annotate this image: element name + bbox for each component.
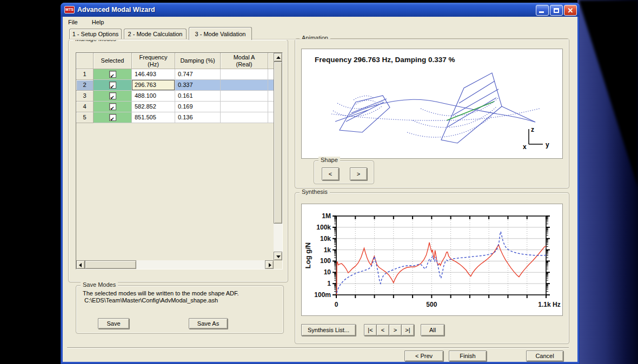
y-tick-label: 100 (320, 257, 331, 265)
scroll-left-button[interactable] (76, 260, 85, 269)
table-cell[interactable] (268, 80, 274, 91)
table-cell[interactable]: 0.169 (175, 102, 221, 112)
horizontal-scroll-thumb[interactable] (85, 260, 136, 269)
selected-checkbox[interactable] (109, 82, 116, 89)
save-button[interactable]: Save (98, 318, 129, 329)
table-cell[interactable]: 0.747 (175, 69, 221, 80)
all-button[interactable]: All (421, 324, 444, 336)
table-cell[interactable]: 1 (76, 69, 94, 80)
arrow-left-icon (79, 263, 82, 267)
table-cell[interactable] (221, 91, 268, 102)
table-cell[interactable] (268, 112, 274, 123)
close-button[interactable]: ✕ (564, 5, 577, 16)
minimize-icon (539, 11, 544, 13)
save-modes-group: Save Modes The selected modes will be wr… (76, 285, 284, 334)
horizontal-scrollbar[interactable] (76, 260, 274, 269)
arrow-down-icon (276, 255, 281, 258)
column-header[interactable] (76, 53, 94, 69)
table-row[interactable]: 1146.4930.747 (76, 69, 274, 80)
vertical-scroll-thumb[interactable] (274, 62, 282, 224)
cancel-button[interactable]: Cancel (526, 350, 563, 361)
table-cell[interactable] (94, 80, 132, 91)
table-cell[interactable]: 2 (76, 80, 94, 91)
y-tick-label: 10k (320, 235, 331, 242)
selected-checkbox[interactable] (109, 92, 116, 99)
table-cell[interactable] (268, 91, 274, 102)
table-cell[interactable] (221, 80, 268, 91)
tab-mode-calculation[interactable]: 2 - Mode Calculation (124, 29, 187, 39)
window-titlebar[interactable]: MTS Advanced Modal Wizard ✕ (61, 3, 580, 17)
nav-last-button[interactable]: >| (401, 324, 414, 336)
shape-prev-button[interactable]: < (322, 167, 339, 180)
table-cell[interactable]: 3 (76, 91, 94, 102)
prev-button[interactable]: < Prev (404, 350, 443, 361)
animation-label: Animation (300, 35, 330, 41)
save-modes-description: The selected modes will be written to th… (83, 290, 239, 296)
table-cell[interactable] (94, 112, 132, 123)
mode-shape-wireframe: z y x (302, 49, 562, 158)
advanced-modal-wizard-window: MTS Advanced Modal Wizard ✕ File Help 1 … (61, 3, 580, 364)
x-tick-label: 0 (335, 301, 338, 308)
scroll-right-button[interactable] (265, 260, 274, 269)
save-modes-path: C:\EDS\Team\Master\Config\AdvModal_shape… (84, 297, 218, 304)
save-as-button[interactable]: Save As (189, 318, 228, 329)
table-cell[interactable]: 0.337 (175, 80, 221, 91)
table-cell[interactable] (94, 69, 132, 80)
modes-table: SelectedFrequency (Hz)Damping (%)Modal A… (76, 52, 283, 269)
table-cell[interactable] (221, 69, 268, 80)
menu-bar: File Help (63, 17, 577, 28)
nav-prev-button[interactable]: < (376, 324, 389, 336)
column-header[interactable]: Modal A (Real) (221, 53, 268, 69)
app-icon: MTS (64, 6, 75, 14)
table-cell[interactable]: 582.852 (132, 102, 175, 112)
table-cell[interactable] (94, 102, 132, 112)
table-cell[interactable] (268, 69, 274, 80)
column-header[interactable]: Selected (94, 53, 132, 69)
scroll-down-button[interactable] (274, 252, 282, 260)
close-icon: ✕ (564, 5, 576, 15)
synthesis-list-button[interactable]: Synthesis List... (301, 324, 356, 336)
vertical-scrollbar[interactable] (274, 53, 282, 260)
selected-checkbox[interactable] (109, 71, 116, 78)
table-cell[interactable] (221, 112, 268, 123)
table-body: 1146.4930.7472296.7630.3373488.1000.1614… (76, 69, 274, 123)
finish-button[interactable]: Finish (449, 350, 487, 361)
table-cell[interactable]: 4 (76, 102, 94, 112)
menu-help[interactable]: Help (92, 19, 104, 25)
table-row[interactable]: 4582.8520.169 (76, 102, 274, 112)
tab-setup-options[interactable]: 1 - Setup Options (69, 29, 122, 39)
selected-checkbox[interactable] (109, 114, 116, 121)
table-cell[interactable]: 5 (76, 112, 94, 123)
nav-first-button[interactable]: |< (364, 324, 377, 336)
y-tick-label: 1M (322, 212, 331, 220)
table-cell[interactable]: 296.763 (132, 80, 175, 91)
table-cell[interactable]: 851.505 (132, 112, 175, 123)
selected-checkbox[interactable] (109, 103, 116, 110)
column-header[interactable]: Frequency (Hz) (132, 53, 175, 69)
menu-file[interactable]: File (68, 19, 78, 25)
table-cell[interactable]: 0.136 (175, 112, 221, 123)
nav-next-button[interactable]: > (389, 324, 402, 336)
x-tick-label: 500 (426, 301, 437, 308)
shape-next-button[interactable]: > (350, 167, 367, 180)
table-row[interactable]: 5851.5050.136 (76, 112, 274, 123)
table-cell[interactable] (94, 91, 132, 102)
table-cell[interactable] (221, 102, 268, 112)
table-row[interactable]: 3488.1000.161 (76, 91, 274, 102)
table-cell[interactable]: 488.100 (132, 91, 175, 102)
arrow-up-icon (276, 56, 281, 59)
column-header[interactable]: Damping (%) (175, 53, 221, 69)
tab-mode-validation[interactable]: 3 - Mode Validation (189, 27, 252, 40)
table-cell[interactable]: 146.493 (132, 69, 175, 80)
table-cell[interactable]: 0.161 (175, 91, 221, 102)
scroll-up-button[interactable] (274, 53, 282, 62)
shape-label: Shape (318, 157, 340, 163)
column-header[interactable]: Moda (Imagin (268, 53, 274, 69)
maximize-button[interactable] (550, 5, 563, 16)
y-tick-label: 100k (316, 224, 331, 231)
animation-canvas: Frequency 296.763 Hz, Damping 0.337 % (301, 49, 563, 159)
minimize-button[interactable] (536, 5, 549, 16)
table-cell[interactable] (268, 102, 274, 112)
table-row[interactable]: 2296.7630.337 (76, 80, 274, 91)
tab-page-edge (68, 39, 569, 40)
